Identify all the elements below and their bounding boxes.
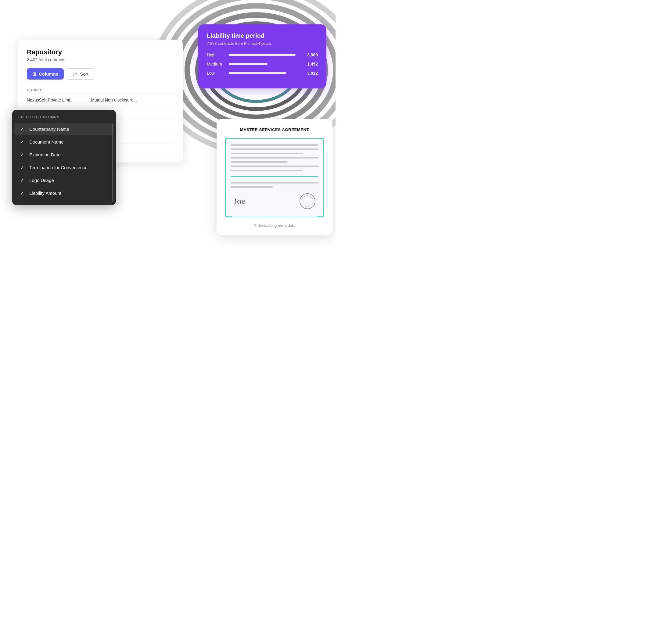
sort-button[interactable]: ↓≡ Sort [67,68,94,80]
corner-tr [317,138,324,145]
corner-bl [225,211,232,217]
liability-card: Liability time period 7,893 contracts fr… [198,24,326,88]
liability-value-low: 3,012 [302,71,318,75]
dropdown-header: SELECTED COLUMNS [12,115,116,122]
doc-separator [231,176,319,177]
liability-subtitle: 7,893 contracts from the last 4 years. [207,41,318,46]
extracting-label: ✳ Extracting meta data [225,223,324,228]
liability-label-medium: Medium [207,62,225,66]
sort-icon: ↓≡ [73,71,78,76]
corner-tl [225,138,232,145]
doc-line [231,186,273,188]
liability-bar-high [229,54,296,56]
item-label: Document Name [29,139,64,145]
liability-row-medium: Medium 1,452 [207,62,318,66]
doc-line [231,148,319,150]
repo-actions: ⊞ Columns ↓≡ Sort [27,68,175,80]
check-icon: ✓ [20,127,25,132]
extracting-text: Extracting meta data [259,223,295,228]
check-icon: ✓ [20,152,25,157]
columns-dropdown: SELECTED COLUMNS ✓ Counterparty Name ✓ D… [12,110,116,205]
liability-bar-container-medium [229,63,299,65]
columns-label: Columns [39,71,58,76]
check-icon: ✓ [20,140,25,145]
doc-line [231,161,288,163]
table-row: NexusSoft Private Limi... Mutual Non-dis… [27,94,175,106]
doc-line [231,153,302,154]
liability-bar-medium [229,63,268,65]
item-label: Termination for Convenience [29,165,88,170]
liability-bar-low [229,72,286,74]
table-header: COUNTE [27,86,175,94]
signature: Joe [233,196,246,206]
msa-card: MASTER SERVICES AGREEMENT Joe ✳ Extracti… [217,119,333,235]
liability-value-high: 3,980 [302,52,318,57]
doc-line [231,182,319,184]
stamp-circle [299,193,316,209]
doc-preview: Joe [225,138,324,217]
item-label: Liability Amount [29,191,61,196]
dropdown-item-expiration[interactable]: ✓ Expiration Date [14,148,114,161]
liability-bar-container-low [229,72,299,74]
check-icon: ✓ [20,178,25,183]
repo-title: Repository [27,48,175,56]
msa-title: MASTER SERVICES AGREEMENT [225,127,324,132]
check-icon: ✓ [20,165,25,170]
columns-icon: ⊞ [32,71,36,77]
liability-label-low: Low [207,71,225,75]
dropdown-item-liability[interactable]: ✓ Liability Amount [14,187,114,199]
check-icon: ✓ [20,191,25,196]
sort-label: Sort [80,71,89,76]
dropdown-item-termination[interactable]: ✓ Termination for Convenience [14,161,114,174]
corner-br [317,211,324,217]
stamp-inner [302,195,313,207]
doc-line [231,144,319,146]
doc-line [231,165,319,167]
dropdown-item-document[interactable]: ✓ Document Name [14,136,114,148]
liability-bar-container-high [229,54,299,56]
item-label: Expiration Date [29,152,61,157]
columns-button[interactable]: ⊞ Columns [27,68,64,80]
item-label: Logo Usage [29,178,54,183]
liability-row-low: Low 3,012 [207,71,318,75]
spinner-icon: ✳ [253,223,257,228]
doc-signature-area: Joe [231,193,319,209]
liability-label-high: High [207,52,225,57]
liability-value-medium: 1,452 [302,62,318,66]
liability-row-high: High 3,980 [207,52,318,57]
cell-counterparty: NexusSoft Private Limi... [27,98,82,102]
liability-title: Liability time period [207,32,318,39]
dropdown-item-counterparty[interactable]: ✓ Counterparty Name [14,123,114,135]
dropdown-item-logo[interactable]: ✓ Logo Usage [14,174,114,187]
doc-line [231,157,319,158]
cell-doc: Mutual Non-disclosure... [91,98,152,102]
scrollbar [112,123,113,202]
doc-line [231,170,302,171]
item-label: Counterparty Name [29,126,69,132]
repo-subtitle: 2,402 total contracts [27,57,175,62]
